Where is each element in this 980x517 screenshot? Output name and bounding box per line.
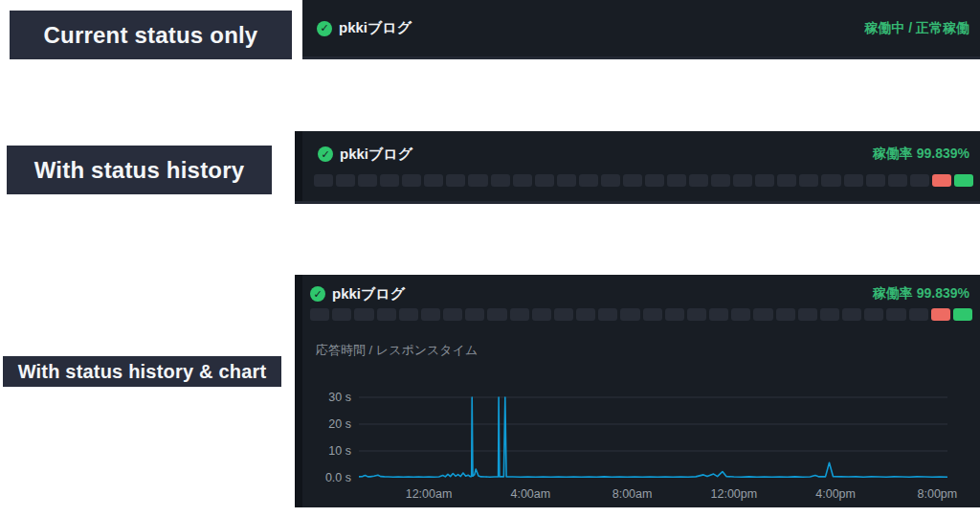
beat-empty xyxy=(733,174,752,187)
beat-empty xyxy=(755,174,774,187)
beat-down xyxy=(931,308,950,321)
beat-empty xyxy=(402,174,421,187)
beat-empty xyxy=(380,174,399,187)
status-history-bar xyxy=(310,308,972,321)
beat-empty xyxy=(910,174,929,187)
beat-empty xyxy=(468,174,487,187)
beat-empty xyxy=(776,308,795,321)
beat-empty xyxy=(576,308,595,321)
beat-empty xyxy=(487,308,506,321)
status-history-bar xyxy=(314,174,973,187)
monitor-header: ✓ pkkiブログ 稼働率 99.839% xyxy=(310,282,969,305)
beat-empty xyxy=(844,174,863,187)
beat-empty xyxy=(798,308,817,321)
beat-empty xyxy=(579,174,598,187)
beat-up xyxy=(954,174,973,187)
beat-empty xyxy=(491,174,510,187)
monitor-uptime-text: 稼働率 99.839% xyxy=(873,285,969,303)
beat-empty xyxy=(424,174,443,187)
beat-empty xyxy=(866,174,885,187)
caption-text: With status history & chart xyxy=(18,361,267,383)
monitor-name: pkkiブログ xyxy=(339,19,412,37)
check-circle-icon: ✓ xyxy=(317,21,332,36)
svg-text:4:00pm: 4:00pm xyxy=(815,487,856,501)
beat-empty xyxy=(687,308,706,321)
check-circle-icon: ✓ xyxy=(318,146,333,162)
beat-empty xyxy=(842,308,861,321)
monitor-name: pkkiブログ xyxy=(340,146,412,164)
beat-empty xyxy=(377,308,396,321)
beat-empty xyxy=(314,174,333,187)
response-time-title: 応答時間 / レスポンスタイム xyxy=(316,342,478,359)
beat-empty xyxy=(820,308,839,321)
beat-empty xyxy=(358,174,377,187)
beat-empty xyxy=(620,308,639,321)
beat-empty xyxy=(711,174,730,187)
beat-empty xyxy=(645,174,664,187)
beat-empty xyxy=(799,174,818,187)
beat-empty xyxy=(399,308,418,321)
beat-empty xyxy=(336,174,355,187)
beat-empty xyxy=(601,174,620,187)
status-card-current: ✓ pkkiブログ 稼働中 / 正常稼働 xyxy=(302,0,980,59)
beat-empty xyxy=(513,174,532,187)
beat-empty xyxy=(354,308,373,321)
svg-text:12:00am: 12:00am xyxy=(406,487,453,501)
caption-with-status-history-chart: With status history & chart xyxy=(3,356,281,387)
beat-empty xyxy=(665,308,684,321)
monitor-status-text: 稼働中 / 正常稼働 xyxy=(864,20,969,37)
caption-with-status-history: With status history xyxy=(7,146,272,194)
beat-down xyxy=(932,174,951,187)
beat-empty xyxy=(864,308,883,321)
beat-empty xyxy=(821,174,840,187)
beat-empty xyxy=(598,308,617,321)
beat-empty xyxy=(667,174,686,187)
svg-text:8:00pm: 8:00pm xyxy=(918,487,958,501)
beat-empty xyxy=(554,308,573,321)
response-time-chart: 30 s20 s10 s0.0 s12:00am4:00am8:00am12:0… xyxy=(314,388,972,505)
screenshot-root: Current status only With status history … xyxy=(0,0,980,517)
card-left-edge xyxy=(295,131,302,204)
beat-empty xyxy=(753,308,772,321)
beat-empty xyxy=(888,174,907,187)
caption-text: Current status only xyxy=(44,22,258,49)
beat-empty xyxy=(535,174,554,187)
beat-empty xyxy=(310,308,329,321)
card-bottom-divider xyxy=(295,201,980,204)
status-card-history: ✓ pkkiブログ 稼働率 99.839% xyxy=(295,131,980,204)
svg-text:4:00am: 4:00am xyxy=(510,487,550,501)
beat-empty xyxy=(689,174,708,187)
beat-empty xyxy=(532,308,551,321)
svg-text:8:00am: 8:00am xyxy=(612,487,653,501)
beat-empty xyxy=(510,308,529,321)
beat-empty xyxy=(421,308,440,321)
beat-empty xyxy=(557,174,576,187)
beat-empty xyxy=(623,174,642,187)
status-card-chart: ✓ pkkiブログ 稼働率 99.839% 応答時間 / レスポンスタイム 30… xyxy=(295,275,980,507)
svg-text:12:00pm: 12:00pm xyxy=(711,487,758,501)
svg-text:10 s: 10 s xyxy=(328,444,351,458)
beat-empty xyxy=(886,308,905,321)
card-bottom-divider xyxy=(302,56,980,59)
beat-up xyxy=(953,308,972,321)
monitor-header: ✓ pkkiブログ 稼働中 / 正常稼働 xyxy=(317,0,969,56)
svg-text:20 s: 20 s xyxy=(328,417,351,431)
beat-empty xyxy=(731,308,750,321)
beat-empty xyxy=(443,308,462,321)
beat-empty xyxy=(709,308,728,321)
beat-empty xyxy=(909,308,928,321)
beat-empty xyxy=(332,308,351,321)
card-left-edge xyxy=(295,275,302,507)
monitor-name: pkkiブログ xyxy=(332,285,405,303)
svg-text:30 s: 30 s xyxy=(328,391,351,404)
monitor-header: ✓ pkkiブログ 稼働率 99.839% xyxy=(318,143,969,166)
caption-text: With status history xyxy=(34,157,245,184)
beat-empty xyxy=(777,174,796,187)
beat-empty xyxy=(446,174,465,187)
caption-current-status-only: Current status only xyxy=(10,11,292,59)
monitor-uptime-text: 稼働率 99.839% xyxy=(873,146,969,163)
beat-empty xyxy=(465,308,484,321)
svg-text:0.0 s: 0.0 s xyxy=(325,471,351,484)
beat-empty xyxy=(643,308,662,321)
check-circle-icon: ✓ xyxy=(310,286,325,302)
